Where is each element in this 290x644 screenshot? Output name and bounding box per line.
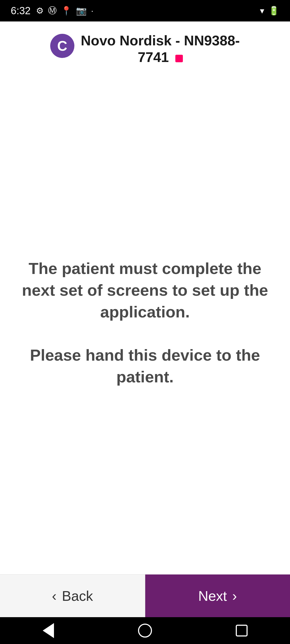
instruction-text-1: The patient must complete the next set o… xyxy=(21,258,269,323)
status-time: 6:32 xyxy=(11,5,31,17)
android-back-icon xyxy=(43,623,54,638)
android-recents-button[interactable] xyxy=(234,623,250,639)
next-chevron-icon: › xyxy=(232,588,237,604)
android-home-icon xyxy=(138,624,152,638)
wifi-icon: ▾ xyxy=(260,6,264,16)
header-title-line2: 7741 xyxy=(138,49,169,65)
status-bar: 6:32 ⚙ Ⓜ 📍 📷 · ▾ 🔋 xyxy=(0,0,290,21)
instruction-text-2: Please hand this device to the patient. xyxy=(21,344,269,388)
app-icon-letter: C xyxy=(57,38,67,54)
status-bar-right: ▾ 🔋 xyxy=(260,6,279,16)
back-label: Back xyxy=(62,588,93,604)
screenshot-icon: 📷 xyxy=(76,6,87,16)
android-back-button[interactable] xyxy=(40,623,56,639)
header-inner: C Novo Nordisk - NN9388- 7741 xyxy=(50,32,240,66)
dot-indicator: · xyxy=(91,6,93,16)
header-title-line1: Novo Nordisk - NN9388- xyxy=(81,33,240,48)
app-header: C Novo Nordisk - NN9388- 7741 xyxy=(0,21,290,71)
android-recents-icon xyxy=(236,625,248,636)
location-icon: 📍 xyxy=(61,6,72,16)
next-label: Next xyxy=(198,588,227,604)
bottom-nav: ‹ Back Next › xyxy=(0,574,290,617)
next-button[interactable]: Next › xyxy=(145,575,290,617)
status-icons-left: ⚙ Ⓜ 📍 📷 · xyxy=(36,5,93,17)
battery-icon: 🔋 xyxy=(269,6,279,16)
android-home-button[interactable] xyxy=(137,623,153,639)
status-bar-left: 6:32 ⚙ Ⓜ 📍 📷 · xyxy=(11,5,93,17)
motorola-icon: Ⓜ xyxy=(48,5,57,17)
header-title: Novo Nordisk - NN9388- 7741 xyxy=(81,32,240,66)
main-content: The patient must complete the next set o… xyxy=(0,71,290,574)
app-icon: C xyxy=(50,34,74,58)
back-button[interactable]: ‹ Back xyxy=(0,575,145,617)
back-chevron-icon: ‹ xyxy=(52,588,56,604)
header-title-block: Novo Nordisk - NN9388- 7741 xyxy=(81,32,240,66)
android-nav-bar xyxy=(0,617,290,644)
settings-icon: ⚙ xyxy=(36,6,44,16)
header-accent-dot xyxy=(175,55,183,62)
